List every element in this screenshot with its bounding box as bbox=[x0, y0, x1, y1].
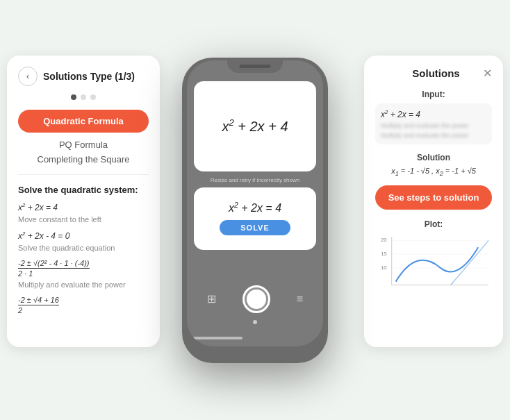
menu-icon[interactable]: ≡ bbox=[297, 293, 303, 305]
completing-square-option[interactable]: Completing the Square bbox=[18, 154, 149, 165]
step3-desc: Multiply and evaluate the power bbox=[18, 280, 149, 289]
svg-text:15: 15 bbox=[381, 251, 387, 257]
resize-hint: Resize and retry if incorrectly shown bbox=[211, 177, 300, 183]
plot-svg: 20 15 10 bbox=[375, 233, 492, 289]
solution-section: Solution x1 = -1 - √5 , x2 = -1 + √5 bbox=[375, 153, 492, 177]
upper-equation-card: x2 + 2x + 4 bbox=[194, 81, 316, 171]
phone-speaker bbox=[240, 65, 271, 68]
phone-wrapper: ? x2 + 2x + 4 Resize and retry if incorr… bbox=[182, 58, 328, 363]
close-button[interactable]: ✕ bbox=[483, 67, 492, 80]
lower-equation-card: x2 + 2x = 4 SOLVE bbox=[194, 187, 316, 250]
step2-desc: Solve the quadratic equation bbox=[18, 244, 149, 252]
dot-1 bbox=[71, 94, 76, 100]
fraction-numerator: -2 ± √(2² - 4 · 1 · (-4)) bbox=[18, 259, 90, 269]
help-icon[interactable]: ? bbox=[299, 85, 313, 99]
step1-desc: Move constant to the left bbox=[18, 215, 149, 224]
home-bar bbox=[187, 337, 242, 339]
pq-formula-option[interactable]: PQ Formula bbox=[18, 140, 149, 150]
step1-math: x2 + 2x = 4 bbox=[18, 202, 149, 212]
solution-label: Solution bbox=[375, 153, 492, 162]
fraction-step2: -2 ± √4 + 16 2 bbox=[18, 296, 149, 314]
phone-screen: ? x2 + 2x + 4 Resize and retry if incorr… bbox=[187, 60, 323, 346]
step2-math: x2 + 2x - 4 = 0 bbox=[18, 230, 149, 241]
fraction2-denominator: 2 bbox=[18, 306, 22, 314]
solve-title: Solve the quadratic system: bbox=[18, 185, 149, 195]
back-icon: ‹ bbox=[26, 72, 29, 81]
dot-3 bbox=[90, 94, 96, 100]
dot-2 bbox=[81, 94, 86, 100]
see-steps-button[interactable]: See steps to solution bbox=[375, 185, 492, 210]
left-panel: ‹ Solutions Type (1/3) Quadratic Formula… bbox=[7, 56, 160, 347]
plot-label: Plot: bbox=[375, 219, 492, 229]
fraction-step: -2 ± √(2² - 4 · 1 · (-4)) 2 · 1 bbox=[18, 259, 149, 278]
solve-button[interactable]: SOLVE bbox=[220, 220, 290, 235]
back-button[interactable]: ‹ bbox=[18, 67, 38, 86]
plot-container: 20 15 10 bbox=[375, 233, 492, 289]
phone-nav: ⊞ ≡ bbox=[187, 281, 323, 314]
lower-area: Resize and retry if incorrectly shown x2… bbox=[194, 177, 316, 339]
blurred-content: Multiply and evaluate the power bbox=[381, 122, 486, 129]
upper-equation: x2 + 2x + 4 bbox=[222, 117, 288, 135]
shutter-inner bbox=[247, 289, 266, 309]
blurred-content2: Multiply and evaluate the power bbox=[381, 132, 486, 139]
gallery-icon[interactable]: ⊞ bbox=[207, 292, 216, 305]
lower-equation: x2 + 2x = 4 bbox=[229, 201, 281, 215]
plot-section: Plot: 20 15 10 bbox=[375, 219, 492, 289]
phone: ? x2 + 2x + 4 Resize and retry if incorr… bbox=[182, 58, 328, 363]
dot-indicators bbox=[18, 94, 149, 100]
panel-title: Solutions Type (1/3) bbox=[43, 71, 135, 82]
input-math: x2 + 2x = 4 bbox=[381, 109, 486, 119]
panel-header: ‹ Solutions Type (1/3) bbox=[18, 67, 149, 86]
quadratic-formula-button[interactable]: Quadratic Formula bbox=[18, 110, 149, 133]
right-title: Solutions bbox=[389, 67, 483, 79]
solution-math: x1 = -1 - √5 , x2 = -1 + √5 bbox=[375, 167, 492, 177]
svg-text:10: 10 bbox=[381, 264, 387, 271]
fraction-denominator: 2 · 1 bbox=[18, 269, 33, 278]
divider bbox=[18, 174, 149, 175]
right-header: Solutions ✕ bbox=[375, 67, 492, 80]
input-label: Input: bbox=[375, 90, 492, 99]
shutter-button[interactable] bbox=[242, 285, 270, 313]
fraction2-numerator: -2 ± √4 + 16 bbox=[18, 296, 59, 305]
input-box: x2 + 2x = 4 Multiply and evaluate the po… bbox=[375, 103, 492, 144]
phone-notch bbox=[227, 58, 283, 73]
focus-dot bbox=[253, 320, 257, 324]
svg-text:20: 20 bbox=[381, 237, 387, 244]
right-panel: Solutions ✕ Input: x2 + 2x = 4 Multiply … bbox=[364, 56, 503, 347]
